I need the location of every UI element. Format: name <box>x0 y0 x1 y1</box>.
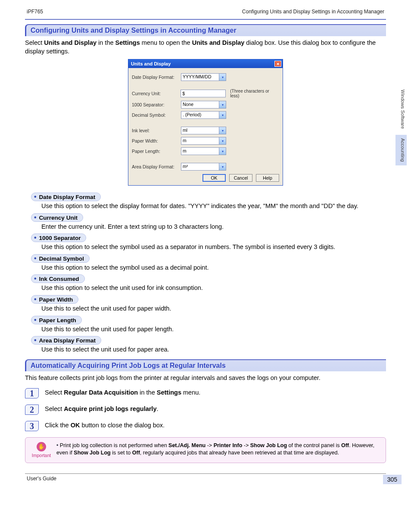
header-left: iPF765 <box>27 9 43 15</box>
step-number-3: 3 <box>25 421 39 431</box>
ink-label: Ink level: <box>132 128 178 133</box>
page-header: iPF765 Configuring Units and Display Set… <box>25 9 386 16</box>
currency-input[interactable] <box>181 90 226 97</box>
bullet-separator: •1000 Separator <box>31 233 86 242</box>
ink-select[interactable]: ml ▾ <box>181 127 226 134</box>
header-right: Configuring Units and Display Settings i… <box>242 9 384 15</box>
step-number-1: 1 <box>25 388 39 398</box>
footer-text: User's Guide <box>25 474 386 482</box>
top-rule <box>25 19 386 20</box>
help-button[interactable]: Help <box>256 174 279 182</box>
step-2-text: Select Acquire print job logs regularly. <box>45 404 159 412</box>
close-icon: ✕ <box>276 62 280 66</box>
pwidth-label: Paper Width: <box>132 138 178 143</box>
step-3-text: Click the OK button to close the dialog … <box>45 421 165 429</box>
area-select[interactable]: m² ▾ <box>181 163 226 171</box>
chevron-down-icon: ▾ <box>219 112 226 118</box>
chevron-down-icon: ▾ <box>219 127 226 134</box>
dialog-title: Units and Display <box>131 61 171 66</box>
bullet-decimal: •Decimal Symbol <box>31 254 90 263</box>
section-heading-auto-acquire: Automatically Acquiring Print Job Logs a… <box>25 359 386 371</box>
bullet-paper-length: •Paper Length <box>31 316 82 324</box>
plength-label: Paper Length: <box>132 149 178 154</box>
bullet-ink: •Ink Consumed <box>31 274 85 283</box>
bullet-date-format: •Date Display Format <box>31 193 101 201</box>
tab-accounting[interactable]: Accounting <box>395 135 407 165</box>
currency-label: Currency Unit: <box>132 91 178 96</box>
chevron-down-icon: ▾ <box>219 163 226 170</box>
bullet-area: •Area Display Format <box>31 336 101 345</box>
important-note: ✋ Important • Print job log collection i… <box>25 437 386 463</box>
units-display-dialog: Units and Display ✕ Date Display Format:… <box>128 59 283 186</box>
chevron-down-icon: ▾ <box>219 101 226 108</box>
bullet-paper-width: •Paper Width <box>31 295 78 304</box>
section-heading-units: Configuring Units and Display Settings i… <box>25 24 386 36</box>
close-button[interactable]: ✕ <box>274 61 281 67</box>
chevron-down-icon: ▾ <box>219 148 226 155</box>
tab-windows-software[interactable]: Windows Software <box>395 86 407 132</box>
chevron-down-icon: ▾ <box>219 74 226 81</box>
pwidth-select[interactable]: m ▾ <box>181 137 226 145</box>
ok-button[interactable]: OK <box>202 174 226 182</box>
page-number: 305 <box>383 475 402 484</box>
separator-label: 1000 Separator: <box>132 102 178 107</box>
bullet-currency: •Currency Unit <box>31 213 83 222</box>
separator-select[interactable]: None ▾ <box>181 101 226 109</box>
decimal-label: Decimal Symbol: <box>132 112 178 118</box>
chevron-down-icon: ▾ <box>219 137 226 144</box>
side-tabs: Windows Software Accounting <box>395 86 407 165</box>
steps-list: 1 Select Regular Data Acquisition in the… <box>25 388 386 431</box>
step-1-text: Select Regular Data Acquisition in the S… <box>45 388 200 396</box>
area-label: Area Display Format: <box>132 164 178 169</box>
section1-intro: Select Units and Display in the Settings… <box>25 39 386 56</box>
step-number-2: 2 <box>25 404 39 415</box>
hand-icon: ✋ <box>37 442 46 451</box>
section2-intro: This feature collects print job logs fro… <box>25 374 386 383</box>
currency-hint: (Three characters or less) <box>230 89 279 98</box>
note-label: Important <box>32 452 51 458</box>
date-format-select[interactable]: YYYY/MM/DD ▾ <box>181 73 226 81</box>
plength-select[interactable]: m ▾ <box>181 147 226 155</box>
options-list: •Date Display FormatUse this option to s… <box>31 193 386 354</box>
date-format-label: Date Display Format: <box>132 75 178 80</box>
decimal-select[interactable]: . (Period) ▾ <box>181 111 226 119</box>
note-text: • Print job log collection is not perfor… <box>56 442 380 458</box>
cancel-button[interactable]: Cancel <box>229 174 252 182</box>
